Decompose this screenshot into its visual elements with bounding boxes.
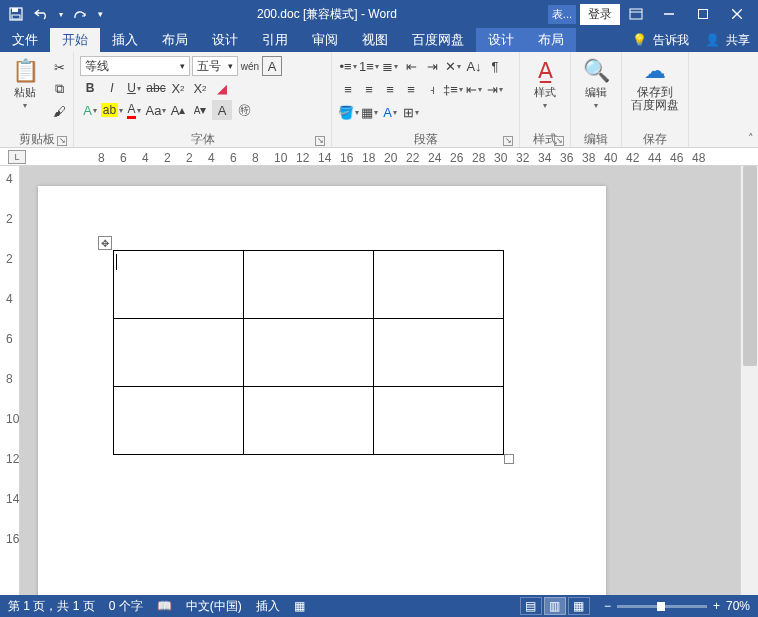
show-marks-button[interactable]: ¶: [485, 56, 505, 76]
asian-layout-button[interactable]: ✕: [443, 56, 463, 76]
document-canvas[interactable]: ✥: [20, 166, 740, 595]
change-case-button[interactable]: Aa: [146, 100, 166, 120]
justify-button[interactable]: ≡: [401, 79, 421, 99]
char-shading-button[interactable]: A: [212, 100, 232, 120]
bullets-button[interactable]: •≡: [338, 56, 358, 76]
highlight-button[interactable]: ab: [102, 100, 122, 120]
tab-home[interactable]: 开始: [50, 28, 100, 52]
font-size-combo[interactable]: 五号▾: [192, 56, 238, 76]
tab-design[interactable]: 设计: [200, 28, 250, 52]
character-border-button[interactable]: A: [262, 56, 282, 76]
indent-right-button[interactable]: ⇥: [485, 79, 505, 99]
grow-font-button[interactable]: A▴: [168, 100, 188, 120]
page-indicator[interactable]: 第 1 页，共 1 页: [8, 598, 95, 615]
undo-dropdown-icon[interactable]: ▾: [56, 2, 66, 26]
sort-button[interactable]: A↓: [464, 56, 484, 76]
zoom-level[interactable]: 70%: [726, 599, 750, 613]
bold-button[interactable]: B: [80, 78, 100, 98]
tab-insert[interactable]: 插入: [100, 28, 150, 52]
line-spacing-button[interactable]: ‡≡: [443, 79, 463, 99]
increase-indent-button[interactable]: ⇥: [422, 56, 442, 76]
snap-grid-button[interactable]: ⊞: [401, 102, 421, 122]
indent-left-button[interactable]: ⇤: [464, 79, 484, 99]
tab-review[interactable]: 审阅: [300, 28, 350, 52]
shading-button[interactable]: 🪣: [338, 102, 358, 122]
tab-file[interactable]: 文件: [0, 28, 50, 52]
font-color-button[interactable]: A: [124, 100, 144, 120]
tab-view[interactable]: 视图: [350, 28, 400, 52]
align-center-button[interactable]: ≡: [359, 79, 379, 99]
table-cell[interactable]: [374, 319, 504, 387]
minimize-button[interactable]: [652, 0, 686, 28]
zoom-slider[interactable]: [617, 605, 707, 608]
text-effects-button[interactable]: A: [80, 100, 100, 120]
tab-table-design[interactable]: 设计: [476, 28, 526, 52]
horizontal-ruler[interactable]: 8642246810121416182022242628303234363840…: [98, 149, 758, 165]
insert-mode[interactable]: 插入: [256, 598, 280, 615]
table-row[interactable]: [114, 319, 504, 387]
tab-stop-selector[interactable]: L: [8, 150, 26, 164]
table-cell[interactable]: [244, 251, 374, 319]
share-button[interactable]: 共享: [726, 32, 750, 49]
scrollbar-thumb[interactable]: [743, 166, 757, 366]
tab-references[interactable]: 引用: [250, 28, 300, 52]
multilevel-button[interactable]: ≣: [380, 56, 400, 76]
print-layout-button[interactable]: ▥: [544, 597, 566, 615]
table-row[interactable]: [114, 251, 504, 319]
align-left-button[interactable]: ≡: [338, 79, 358, 99]
numbering-button[interactable]: 1≡: [359, 56, 379, 76]
styles-launcher-icon[interactable]: ↘: [554, 136, 564, 146]
copy-button[interactable]: ⧉: [50, 80, 68, 98]
shrink-font-button[interactable]: A▾: [190, 100, 210, 120]
document-table[interactable]: [113, 250, 504, 455]
tab-baidu[interactable]: 百度网盘: [400, 28, 476, 52]
borders-button[interactable]: ▦: [359, 102, 379, 122]
vertical-ruler[interactable]: 42246810121416: [0, 166, 20, 595]
table-resize-handle[interactable]: [504, 454, 514, 464]
table-cell[interactable]: [244, 319, 374, 387]
maximize-button[interactable]: [686, 0, 720, 28]
zoom-in-button[interactable]: +: [713, 599, 720, 613]
language-indicator[interactable]: 中文(中国): [186, 598, 242, 615]
decrease-indent-button[interactable]: ⇤: [401, 56, 421, 76]
spellcheck-icon[interactable]: 📖: [157, 599, 172, 613]
collapse-ribbon-button[interactable]: ˄: [748, 132, 754, 145]
superscript-button[interactable]: X2: [190, 78, 210, 98]
macro-icon[interactable]: ▦: [294, 599, 305, 613]
enclose-char-button[interactable]: ㊕: [234, 100, 254, 120]
undo-icon[interactable]: [30, 2, 54, 26]
read-mode-button[interactable]: ▤: [520, 597, 542, 615]
qat-customize-icon[interactable]: ▾: [94, 2, 106, 26]
underline-button[interactable]: U: [124, 78, 144, 98]
close-button[interactable]: [720, 0, 754, 28]
font-name-combo[interactable]: 等线▾: [80, 56, 190, 76]
table-cell[interactable]: [244, 387, 374, 455]
table-row[interactable]: [114, 387, 504, 455]
table-move-handle[interactable]: ✥: [98, 236, 112, 250]
tell-me-button[interactable]: 告诉我: [653, 32, 689, 49]
align-right-button[interactable]: ≡: [380, 79, 400, 99]
cut-button[interactable]: ✂: [50, 58, 68, 76]
save-icon[interactable]: [4, 2, 28, 26]
paste-button[interactable]: 📋 粘贴 ▾: [4, 54, 46, 110]
zoom-out-button[interactable]: −: [604, 599, 611, 613]
save-to-cloud-button[interactable]: ☁ 保存到百度网盘: [626, 54, 684, 112]
zoom-knob[interactable]: [657, 602, 665, 611]
redo-icon[interactable]: [68, 2, 92, 26]
clipboard-launcher-icon[interactable]: ↘: [57, 136, 67, 146]
format-painter-button[interactable]: 🖌: [50, 102, 68, 120]
styles-button[interactable]: A̲ 样式 ▾: [524, 54, 566, 110]
text-direction-button[interactable]: A: [380, 102, 400, 122]
tab-layout[interactable]: 布局: [150, 28, 200, 52]
italic-button[interactable]: I: [102, 78, 122, 98]
word-count[interactable]: 0 个字: [109, 598, 143, 615]
paragraph-launcher-icon[interactable]: ↘: [503, 136, 513, 146]
strikethrough-button[interactable]: abc: [146, 78, 166, 98]
editing-button[interactable]: 🔍 编辑 ▾: [575, 54, 617, 110]
clear-formatting-button[interactable]: ◢: [212, 78, 232, 98]
tab-table-layout[interactable]: 布局: [526, 28, 576, 52]
table-cell[interactable]: [114, 387, 244, 455]
ribbon-options-icon[interactable]: [624, 2, 648, 26]
table-cell[interactable]: [114, 319, 244, 387]
distribute-button[interactable]: ⫞: [422, 79, 442, 99]
